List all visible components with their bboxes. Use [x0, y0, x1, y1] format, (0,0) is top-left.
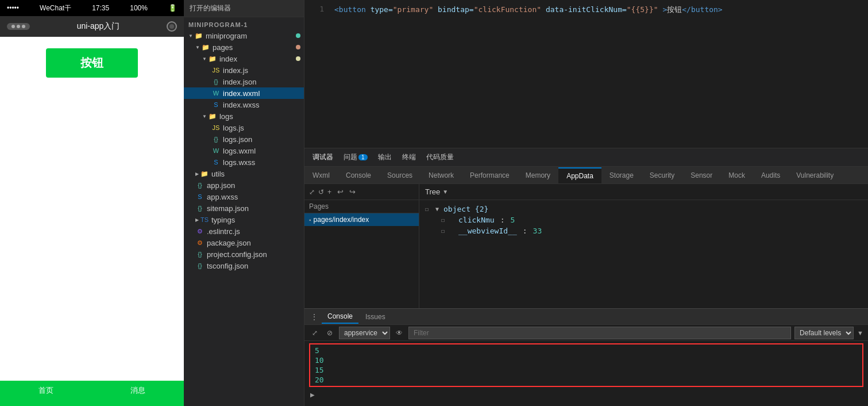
console-service-select[interactable]: appservice [339, 327, 390, 339]
data-key-webviewid: __webviewId__ [458, 227, 517, 235]
tab-network[interactable]: Network [421, 168, 462, 183]
json-file-icon: {} [195, 250, 205, 259]
file-name: utils [211, 170, 225, 178]
code-content[interactable]: <button type="primary" bindtap="clickFun… [327, 0, 868, 148]
console-block-icon[interactable]: ⊘ [324, 327, 335, 339]
tab-top-codequality[interactable]: 代码质量 [424, 151, 456, 163]
file-item-index-wxml[interactable]: W index.wxml [184, 87, 304, 99]
file-item-sitemap-json[interactable]: {} sitemap.json [184, 202, 304, 214]
tab-sources[interactable]: Sources [379, 168, 421, 183]
console-eye-icon[interactable]: 👁 [394, 327, 405, 339]
phone-signals: ••••• [7, 4, 19, 12]
file-item-logs-js[interactable]: JS logs.js [184, 122, 304, 133]
line-numbers: 1 [304, 0, 327, 148]
pkg-icon: ⚙ [195, 238, 205, 247]
tab-top-terminal[interactable]: 终端 [400, 151, 418, 163]
file-item-index[interactable]: ▼ 📁 index [184, 53, 304, 64]
file-item-pages[interactable]: ▼ 📁 pages [184, 41, 304, 53]
add-left-icon[interactable]: + [327, 188, 331, 196]
tree-dropdown-arrow: ▼ [442, 189, 448, 195]
phone-bottom-nav: 首页 消息 [0, 381, 184, 406]
file-name: project.config.json [207, 250, 267, 259]
tab-security[interactable]: Security [642, 168, 682, 183]
console-expand-icon[interactable]: ⤢ [309, 327, 321, 339]
file-item-tsconfig[interactable]: {} tsconfig.json [184, 260, 304, 271]
tab-top-issues[interactable]: 问题1 [341, 151, 370, 163]
data-key-clicknmu: clickNmu [458, 216, 495, 224]
devtools-panel: 调试器 问题1 输出 终端 代码质量 Wxml Console Sources … [304, 148, 868, 406]
tab-audits[interactable]: Audits [753, 168, 788, 183]
status-dot [296, 33, 300, 38]
console-prompt[interactable]: ▶ [304, 389, 868, 400]
file-item-utils[interactable]: ▶ 📁 utils [184, 168, 304, 179]
phone-battery: 100% [130, 4, 148, 12]
file-name: logs [219, 112, 233, 121]
chevron-right-icon: ▶ [310, 392, 315, 398]
tab-vulnerability[interactable]: Vulnerability [788, 168, 842, 183]
tab-performance[interactable]: Performance [462, 168, 518, 183]
phone-record-icon[interactable] [167, 21, 177, 32]
file-item-index-json[interactable]: {} index.json [184, 76, 304, 87]
phone-title: uni-app入门 [30, 21, 167, 32]
file-item-project-config[interactable]: {} project.config.json [184, 248, 304, 260]
file-item-miniprogram[interactable]: ▼ 📁 miniprogram [184, 30, 304, 41]
status-dot [296, 45, 300, 49]
console-filter-input[interactable] [408, 327, 791, 339]
undo-icon[interactable]: ↩ [335, 186, 346, 197]
tab-mock[interactable]: Mock [720, 168, 753, 183]
battery-icon: 🔋 [168, 4, 177, 12]
tab-top-output[interactable]: 输出 [376, 151, 394, 163]
file-name: logs.wxss [223, 158, 255, 167]
file-item-index-wxss[interactable]: S index.wxss [184, 99, 304, 110]
file-name: index.json [223, 78, 257, 86]
phone-content: 按钮 [0, 37, 184, 381]
file-item-typings[interactable]: ▶ TS typings [184, 214, 304, 225]
tab-appdata[interactable]: AppData [558, 167, 601, 183]
refresh-icon[interactable]: ↺ [318, 188, 324, 196]
three-dots-menu[interactable]: ⋮ [308, 310, 321, 324]
console-tab-console[interactable]: Console [322, 310, 358, 324]
phone-screen: 按钮 首页 消息 [0, 37, 184, 406]
phone-menu-dots[interactable] [7, 23, 30, 30]
devtools-tabs-top: 调试器 问题1 输出 终端 代码质量 [304, 148, 868, 167]
file-item-app-json[interactable]: {} app.json [184, 179, 304, 191]
tab-storage[interactable]: Storage [601, 168, 642, 183]
code-attr-data: data-initClickNum= [546, 5, 627, 14]
phone-button[interactable]: 按钮 [46, 48, 138, 78]
phone-panel: ••••• WeChat干 17:35 100% 🔋 uni-app入门 按钮 … [0, 0, 184, 406]
nav-item-messages[interactable]: 消息 [130, 385, 145, 401]
tab-memory[interactable]: Memory [518, 168, 558, 183]
project-label: MINIPROGRAM-1 [184, 20, 304, 30]
data-object-row: ☐ ▼ object {2} [425, 204, 862, 215]
file-item-logs-wxml[interactable]: W logs.wxml [184, 145, 304, 156]
nav-item-home[interactable]: 首页 [38, 385, 53, 401]
file-item-package-json[interactable]: ⚙ package.json [184, 237, 304, 248]
file-item-index-js[interactable]: JS index.js [184, 64, 304, 76]
folder-icon: 📁 [200, 169, 209, 178]
expand-icon[interactable]: ⤢ [309, 188, 315, 196]
file-item-eslint[interactable]: ⚙ .eslintrc.js [184, 225, 304, 237]
devtools-right-panel: Tree ▼ ☐ ▼ object {2} ☐ clickNmu [419, 184, 868, 308]
file-name: index.wxml [223, 89, 260, 98]
console-tab-issues[interactable]: Issues [360, 311, 391, 323]
file-item-logs[interactable]: ▼ 📁 logs [184, 110, 304, 122]
data-val-webviewid: 33 [533, 227, 542, 235]
tab-top-debugger[interactable]: 调试器 [310, 151, 335, 163]
tab-wxml[interactable]: Wxml [304, 168, 338, 183]
editor-area: 1 <button type="primary" bindtap="clickF… [304, 0, 868, 148]
file-panel-header: 打开的编辑器 [184, 0, 304, 17]
json-file-icon: {} [195, 204, 205, 213]
file-item-logs-json[interactable]: {} logs.json [184, 133, 304, 145]
file-tree: MINIPROGRAM-1 ▼ 📁 miniprogram ▼ 📁 pages … [184, 17, 304, 274]
file-item-logs-wxss[interactable]: S logs.wxss [184, 156, 304, 168]
expand-triangle[interactable]: ▼ [435, 206, 439, 212]
console-levels-select[interactable]: Default levels [794, 327, 854, 339]
tree-dropdown[interactable]: Tree ▼ [425, 187, 448, 196]
file-name: app.wxss [207, 193, 238, 201]
tab-console[interactable]: Console [338, 168, 379, 183]
file-item-app-wxss[interactable]: S app.wxss [184, 191, 304, 202]
console-value-20: 20 [310, 375, 862, 385]
tab-sensor[interactable]: Sensor [682, 168, 720, 183]
redo-icon[interactable]: ↪ [347, 186, 358, 197]
page-item[interactable]: ▪ pages/index/index [304, 213, 419, 226]
